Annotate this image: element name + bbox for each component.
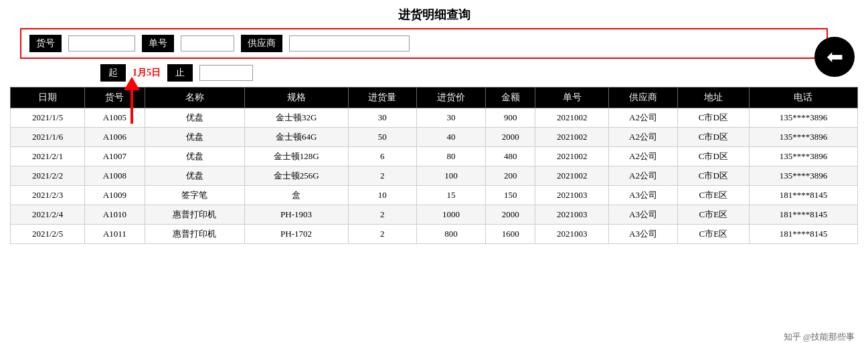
table-cell: 40 [417, 128, 486, 147]
table-cell: 2021002 [535, 147, 609, 166]
table-cell: 181****8145 [749, 186, 857, 205]
table-header-cell: 日期 [11, 88, 85, 108]
table-cell: 30 [348, 108, 417, 128]
table-header-cell: 规格 [244, 88, 348, 108]
table-cell: 2021/2/5 [11, 225, 85, 244]
field1-label: 货号 [29, 35, 62, 52]
table-cell: 金士顿128G [244, 147, 348, 166]
table-cell: 惠普打印机 [145, 205, 244, 225]
table-cell: PH-1702 [244, 225, 348, 244]
table-cell: 盒 [244, 186, 348, 205]
field2-label: 单号 [142, 35, 174, 52]
table-cell: 签字笔 [145, 186, 244, 205]
table-header-cell: 名称 [145, 88, 244, 108]
table-cell: 135****3896 [749, 128, 857, 147]
table-cell: C市D区 [677, 166, 749, 186]
table-cell: 50 [348, 128, 417, 147]
table-cell: 2021002 [535, 128, 609, 147]
table-cell: 800 [417, 225, 486, 244]
table-cell: 2021002 [535, 166, 609, 186]
table-cell: 135****3896 [749, 166, 857, 186]
table-cell: 金士顿64G [244, 128, 348, 147]
table-cell: 2000 [485, 205, 535, 225]
table-cell: 2021003 [535, 186, 609, 205]
arrow-up-icon [124, 77, 140, 90]
search-box: 货号 单号 供应商 [20, 28, 828, 59]
table-cell: 2021/2/4 [11, 205, 85, 225]
table-cell: 10 [348, 186, 417, 205]
end-label: 止 [167, 64, 193, 82]
watermark: 知乎 @技能那些事 [784, 331, 855, 343]
table-cell: 2 [348, 205, 417, 225]
table-header-cell: 地址 [677, 88, 749, 108]
table-cell: 2 [348, 225, 417, 244]
table-cell: 2021003 [535, 225, 609, 244]
arrow-indicator [124, 77, 140, 124]
table-cell: 150 [485, 186, 535, 205]
table-cell: 2 [348, 166, 417, 186]
table-cell: 金士顿32G [244, 108, 348, 128]
field1-input[interactable] [68, 35, 135, 51]
table-cell: C市E区 [677, 205, 749, 225]
table-header-cell: 金额 [485, 88, 535, 108]
table-cell: C市E区 [677, 186, 749, 205]
table-cell: 100 [417, 166, 486, 186]
table-cell: 6 [348, 147, 417, 166]
table-cell: 2021/1/6 [11, 128, 85, 147]
table-header-cell: 进货量 [348, 88, 417, 108]
table-cell: 135****3896 [749, 147, 857, 166]
table-cell: 惠普打印机 [145, 225, 244, 244]
table-cell: 2021/2/1 [11, 147, 85, 166]
table-header-cell: 供应商 [609, 88, 678, 108]
field3-input[interactable] [289, 35, 410, 51]
table-cell: A2公司 [609, 166, 678, 186]
table-cell: 900 [485, 108, 535, 128]
table-cell: 2021/2/3 [11, 186, 85, 205]
table-row: 2021/2/5A1011惠普打印机PH-1702280016002021003… [11, 225, 858, 244]
search-row: 货号 单号 供应商 [29, 35, 818, 52]
table-cell: A2公司 [609, 147, 678, 166]
table-row: 2021/2/3A1009签字笔盒10151502021003A3公司C市E区1… [11, 186, 858, 205]
table-cell: A1008 [85, 166, 145, 186]
table-cell: 金士顿256G [244, 166, 348, 186]
table-cell: A3公司 [609, 186, 678, 205]
table-cell: 2000 [485, 128, 535, 147]
end-date-input[interactable] [199, 65, 253, 81]
table-cell: 优盘 [145, 147, 244, 166]
table-cell: 80 [417, 147, 486, 166]
field3-label: 供应商 [241, 35, 282, 52]
table-cell: C市D区 [677, 108, 749, 128]
table-cell: A1011 [85, 225, 145, 244]
table-cell: A2公司 [609, 108, 678, 128]
table-row: 2021/1/6A1006优盘金士顿64G504020002021002A2公司… [11, 128, 858, 147]
table-cell: C市D区 [677, 147, 749, 166]
table-cell: 2021003 [535, 205, 609, 225]
table-cell: 优盘 [145, 166, 244, 186]
table-cell: 480 [485, 147, 535, 166]
table-cell: A3公司 [609, 205, 678, 225]
table-header-cell: 进货价 [417, 88, 486, 108]
table-cell: 30 [417, 108, 486, 128]
table-row: 2021/2/1A1007优盘金士顿128G6804802021002A2公司C… [11, 147, 858, 166]
table-cell: 200 [485, 166, 535, 186]
page-title: 进货明细查询 [0, 0, 868, 28]
table-cell: 181****8145 [749, 205, 857, 225]
table-cell: A1006 [85, 128, 145, 147]
table-cell: 1000 [417, 205, 486, 225]
field2-input[interactable] [181, 35, 234, 51]
back-button[interactable]: ⬅ [814, 37, 855, 77]
table-body: 2021/1/5A1005优盘金士顿32G30309002021002A2公司C… [11, 108, 858, 244]
table-cell: A1007 [85, 147, 145, 166]
table-cell: 2021/1/5 [11, 108, 85, 128]
table-cell: PH-1903 [244, 205, 348, 225]
table-cell: 15 [417, 186, 486, 205]
table-header-cell: 电话 [749, 88, 857, 108]
back-arrow-icon: ⬅ [827, 47, 843, 67]
table-cell: 1600 [485, 225, 535, 244]
table-cell: 2021002 [535, 108, 609, 128]
table-cell: 135****3896 [749, 108, 857, 128]
table-cell: A3公司 [609, 225, 678, 244]
table-cell: C市E区 [677, 225, 749, 244]
table-row: 2021/2/4A1010惠普打印机PH-1903210002000202100… [11, 205, 858, 225]
table-cell: C市D区 [677, 128, 749, 147]
